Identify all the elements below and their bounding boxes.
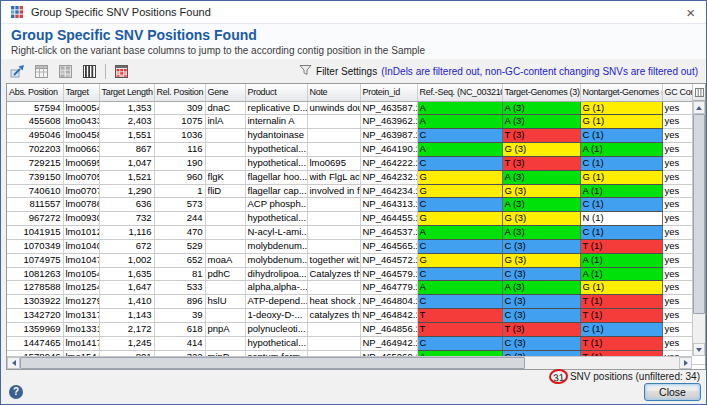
table-row[interactable]: 1074975lmo10471,002652moaAmolybdenum...t… (7, 253, 706, 267)
column-header-gene[interactable]: Gene (205, 84, 245, 101)
table-row[interactable]: 1303922lmo12791,410896hslUATP-depend...h… (7, 295, 706, 309)
cell-nontarget_genomes[interactable]: C (1) (580, 129, 662, 143)
cell-ref[interactable]: G (417, 170, 502, 184)
cell-ref[interactable]: G (417, 184, 502, 198)
title-bar[interactable]: Group Specific SNV Positions Found × (1, 1, 706, 24)
cell-nontarget_genomes[interactable]: C (1) (580, 156, 662, 170)
cell-nontarget_genomes[interactable]: C (1) (580, 323, 662, 337)
cell-product: internalin A (245, 115, 307, 129)
cell-target_genomes[interactable]: A (3) (502, 226, 580, 240)
cell-target_genomes[interactable]: A (3) (502, 281, 580, 295)
cell-nontarget_genomes[interactable]: N (1) (580, 212, 662, 226)
cell-ref[interactable]: C (417, 295, 502, 309)
cell-ref[interactable]: T (417, 323, 502, 337)
cell-ref[interactable]: C (417, 198, 502, 212)
cell-nontarget_genomes[interactable]: C (1) (580, 198, 662, 212)
cell-nontarget_genomes[interactable]: G (1) (580, 115, 662, 129)
cell-nontarget_genomes[interactable]: C (1) (580, 226, 662, 240)
column-header-nontarget_genomes[interactable]: Nontarget-Genomes (1) (580, 84, 662, 101)
cell-nontarget_genomes[interactable]: T (1) (580, 239, 662, 253)
column-header-target_length[interactable]: Target Length (99, 84, 154, 101)
scroll-up-button[interactable] (693, 101, 705, 114)
table-row[interactable]: 739150lmo07051,521960flgKflagellar hoo..… (7, 170, 706, 184)
column-header-target[interactable]: Target (63, 84, 99, 101)
cell-ref[interactable]: C (417, 239, 502, 253)
cell-ref[interactable]: A (417, 143, 502, 157)
cell-target_genomes[interactable]: G (3) (502, 253, 580, 267)
scroll-down-button[interactable] (693, 343, 705, 356)
help-icon[interactable]: ? (9, 385, 23, 399)
table-row[interactable]: 702203lmo0663867116hypothetical...NP_464… (7, 143, 706, 157)
table-row[interactable]: 57594lmo00541,353309dnaCreplicative D...… (7, 101, 706, 115)
cell-nontarget_genomes[interactable]: T (1) (580, 336, 662, 350)
table-row[interactable]: 455608lmo04332,4031075inlAinternalin ANP… (7, 115, 706, 129)
cell-ref[interactable]: C (417, 129, 502, 143)
cell-target_genomes[interactable]: G (3) (502, 212, 580, 226)
cell-target_genomes[interactable]: C (3) (502, 309, 580, 323)
column-settings-button[interactable] (692, 84, 705, 101)
cell-ref[interactable]: C (417, 267, 502, 281)
cell-nontarget_genomes[interactable]: G (1) (580, 281, 662, 295)
table-row[interactable]: 495046lmo04581,5511036hydantoinaseNP_463… (7, 129, 706, 143)
table-row[interactable]: 1342720lmo13171,143391-deoxy-D-...cataly… (7, 309, 706, 323)
cell-target_genomes[interactable]: C (3) (502, 295, 580, 309)
table-row[interactable]: 1359969lmo13312,172618pnpApolynucleoti..… (7, 323, 706, 337)
cell-ref[interactable]: A (417, 281, 502, 295)
table-row[interactable]: 1278588lmo12541,647533alpha,alpha-...NP_… (7, 281, 706, 295)
table-icon[interactable] (33, 63, 50, 80)
table-row[interactable]: 1070349lmo1040672529molybdenum...NP_4645… (7, 239, 706, 253)
cell-target_genomes[interactable]: C (3) (502, 336, 580, 350)
cell-target_genomes[interactable]: T (3) (502, 129, 580, 143)
striped-table-icon[interactable] (81, 63, 98, 80)
column-header-abs_position[interactable]: Abs. Position (7, 84, 63, 101)
cell-ref[interactable]: A (417, 226, 502, 240)
table-row[interactable]: 729215lmo06951,047190hypothetical...lmo0… (7, 156, 706, 170)
cell-target_genomes[interactable]: T (3) (502, 156, 580, 170)
column-header-rel_position[interactable]: Rel. Position (154, 84, 205, 101)
cell-nontarget_genomes[interactable]: T (1) (580, 309, 662, 323)
cell-ref[interactable]: A (417, 115, 502, 129)
cell-ref[interactable]: A (417, 101, 502, 115)
cell-target_genomes[interactable]: G (3) (502, 184, 580, 198)
cell-rel_position: 470 (154, 226, 205, 240)
table-pattern-icon[interactable] (57, 63, 74, 80)
column-header-target_genomes[interactable]: Target-Genomes (3) (502, 84, 580, 101)
cell-ref[interactable]: G (417, 253, 502, 267)
cell-nontarget_genomes[interactable]: A (1) (580, 184, 662, 198)
table-row[interactable]: 811557lmo0786636573ACP phosph...NP_46431… (7, 198, 706, 212)
export-graphics-icon[interactable] (9, 63, 26, 80)
table-row[interactable]: 1081263lmo10541,63581pdhCdihydrolipoa...… (7, 267, 706, 281)
cell-nontarget_genomes[interactable]: G (1) (580, 170, 662, 184)
column-header-product[interactable]: Product (245, 84, 307, 101)
vertical-scrollbar[interactable] (692, 101, 705, 356)
column-header-ref[interactable]: Ref.-Seq. (NC_003210) (417, 84, 502, 101)
cell-nontarget_genomes[interactable]: G (1) (580, 101, 662, 115)
cell-nontarget_genomes[interactable]: T (1) (580, 295, 662, 309)
cell-ref[interactable]: C (417, 336, 502, 350)
column-header-note[interactable]: Note (307, 84, 360, 101)
cell-target_genomes[interactable]: A (3) (502, 170, 580, 184)
cell-nontarget_genomes[interactable]: A (1) (580, 267, 662, 281)
cell-target_genomes[interactable]: A (3) (502, 115, 580, 129)
cell-target_genomes[interactable]: A (3) (502, 101, 580, 115)
table-row[interactable]: 1041915lmo10121,116470N-acyl-L-ami...NP_… (7, 226, 706, 240)
cell-target_genomes[interactable]: T (3) (502, 323, 580, 337)
cell-target_genomes[interactable]: G (3) (502, 143, 580, 157)
cell-target_genomes[interactable]: A (3) (502, 198, 580, 212)
cell-ref[interactable]: T (417, 309, 502, 323)
table-row[interactable]: 1447465lmo14171,245414hypothetical...NP_… (7, 336, 706, 350)
colored-table-icon[interactable] (113, 63, 130, 80)
cell-target_genomes[interactable]: C (3) (502, 267, 580, 281)
cell-ref[interactable]: G (417, 212, 502, 226)
cell-ref[interactable]: C (417, 156, 502, 170)
cell-nontarget_genomes[interactable]: A (1) (580, 253, 662, 267)
cell-target_genomes[interactable]: C (3) (502, 239, 580, 253)
table-row[interactable]: 740610lmo07071,2901fliDflagellar cap...i… (7, 184, 706, 198)
column-header-protein_id[interactable]: Protein_id (360, 84, 417, 101)
filter-settings[interactable]: Filter Settings (InDels are filtered out… (299, 64, 698, 78)
close-button[interactable]: Close (644, 383, 701, 401)
table-row[interactable]: 967272lmo0930732244hypothetical...NP_464… (7, 212, 706, 226)
cell-nontarget_genomes[interactable]: A (1) (580, 143, 662, 157)
close-icon[interactable]: × (682, 5, 699, 20)
vertical-scroll-thumb[interactable] (693, 114, 705, 314)
